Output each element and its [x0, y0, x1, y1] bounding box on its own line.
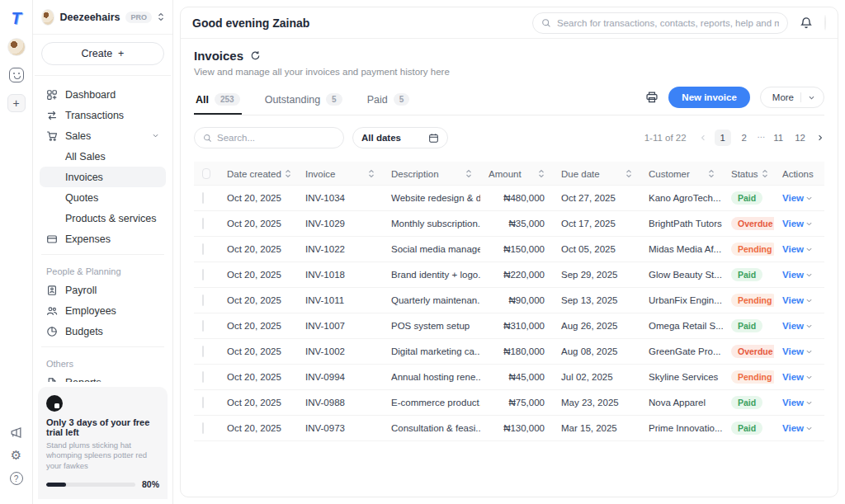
status-badge: Paid: [731, 319, 762, 332]
new-invoice-button[interactable]: New invoice: [668, 87, 749, 108]
pagination-page-2[interactable]: 2: [736, 130, 753, 146]
column-header-description[interactable]: Description: [383, 163, 480, 185]
sidebar-item-sales[interactable]: Sales: [40, 125, 166, 146]
add-icon[interactable]: +: [7, 94, 26, 112]
row-checkbox[interactable]: [202, 346, 204, 357]
page-title: Invoices: [194, 49, 243, 63]
column-header-status[interactable]: Status: [723, 163, 774, 185]
view-action-link[interactable]: View: [782, 193, 813, 203]
cell-invoice-number: INV-1011: [305, 295, 344, 305]
column-header-amount[interactable]: Amount: [480, 163, 553, 185]
invoices-table: Date createdInvoiceDescriptionAmountDue …: [194, 162, 824, 441]
sidebar-item-employees[interactable]: Employees: [40, 300, 166, 321]
cell-invoice-number: INV-0994: [305, 372, 345, 382]
expenses-icon: [46, 233, 58, 245]
view-action-link[interactable]: View: [782, 244, 813, 254]
global-search-input[interactable]: [557, 18, 779, 28]
create-button[interactable]: Create +: [41, 42, 164, 65]
cell-customer: Prime Innovatio...: [649, 423, 722, 433]
table-row: Oct 20, 2025INV-1018Brand identity + log…: [194, 262, 824, 288]
cell-due-date: Jul 02, 2025: [561, 372, 613, 382]
sidebar-item-products-services[interactable]: Products & services: [40, 208, 166, 228]
sidebar-item-expenses[interactable]: Expenses: [40, 228, 166, 249]
workspace-switcher[interactable]: Deezeehairs PRO: [33, 0, 172, 35]
settings-icon[interactable]: ⚙: [11, 448, 21, 463]
cell-invoice-number: INV-1022: [305, 244, 345, 254]
sidebar-item-label: Budgets: [65, 326, 103, 337]
app-logo[interactable]: T: [11, 10, 21, 26]
column-header-customer[interactable]: Customer: [640, 163, 723, 185]
column-header-due-date[interactable]: Due date: [553, 163, 640, 185]
view-action-link[interactable]: View: [782, 270, 813, 280]
row-checkbox[interactable]: [202, 294, 204, 306]
pagination-prev-icon[interactable]: [699, 134, 707, 142]
filter-row: All dates 1-11 of 22 12: [194, 127, 824, 148]
view-action-link[interactable]: View: [782, 321, 813, 331]
invoices-page: Invoices View and manage all your invoic…: [181, 39, 838, 497]
row-checkbox[interactable]: [202, 269, 204, 280]
view-action-link[interactable]: View: [782, 219, 813, 228]
home-icon[interactable]: [9, 68, 24, 82]
row-checkbox[interactable]: [202, 218, 204, 229]
sidebar-item-budgets[interactable]: Budgets: [40, 321, 166, 341]
view-action-link[interactable]: View: [782, 423, 813, 433]
more-button[interactable]: More: [760, 87, 824, 108]
user-avatar[interactable]: [824, 16, 826, 31]
pagination-next-icon[interactable]: [816, 134, 824, 142]
cell-description: Annual hosting rene...: [391, 372, 480, 382]
row-checkbox[interactable]: [202, 422, 204, 434]
sales-icon: [46, 130, 58, 142]
cell-due-date: May 23, 2025: [561, 398, 619, 407]
sidebar: Deezeehairs PRO Create + DashboardTransa…: [33, 0, 173, 504]
trial-title: Only 3 days of your free trial left: [46, 417, 159, 437]
view-action-link[interactable]: View: [782, 295, 813, 305]
sidebar-item-quotes[interactable]: Quotes: [40, 187, 166, 208]
tab-count-badge: 253: [215, 93, 240, 106]
status-badge: Paid: [731, 396, 762, 409]
workspace-avatar[interactable]: [7, 38, 26, 56]
sidebar-item-transactions[interactable]: Transactions: [40, 105, 166, 125]
row-checkbox[interactable]: [202, 397, 204, 408]
tab-paid[interactable]: Paid5: [366, 87, 412, 115]
tab-label: Outstanding: [265, 94, 320, 106]
table-search-input[interactable]: [217, 133, 344, 143]
sidebar-item-reports[interactable]: Reports: [40, 372, 166, 382]
row-checkbox[interactable]: [202, 192, 204, 204]
row-checkbox[interactable]: [202, 243, 204, 255]
view-action-link[interactable]: View: [782, 372, 813, 382]
cell-date-created: Oct 20, 2025: [227, 219, 281, 228]
sidebar-item-all-sales[interactable]: All Sales: [40, 146, 166, 167]
tab-label: Paid: [367, 94, 388, 106]
row-checkbox[interactable]: [202, 371, 204, 383]
tab-all[interactable]: All253: [194, 87, 242, 115]
cell-description: Consultation & feasi...: [391, 423, 480, 433]
sort-icon: [538, 169, 545, 178]
refresh-icon[interactable]: [250, 50, 261, 61]
view-action-link[interactable]: View: [782, 346, 813, 356]
sidebar-item-label: Quotes: [65, 192, 98, 204]
global-search[interactable]: [532, 12, 788, 34]
notifications-bell-icon[interactable]: [800, 16, 813, 30]
column-header-invoice[interactable]: Invoice: [297, 163, 383, 185]
pagination-page-11[interactable]: 11: [770, 130, 786, 146]
table-row: Oct 20, 2025INV-1007POS system setup₦310…: [194, 313, 824, 339]
status-badge: Overdue: [731, 217, 774, 230]
sidebar-item-invoices[interactable]: Invoices: [40, 167, 166, 187]
announcements-icon[interactable]: [10, 426, 22, 439]
pagination-page-1[interactable]: 1: [715, 130, 731, 146]
help-icon[interactable]: ?: [10, 472, 23, 485]
view-action-link[interactable]: View: [782, 398, 813, 407]
main-card: Good evening Zainab: [180, 7, 838, 497]
sidebar-item-payroll[interactable]: Payroll: [40, 280, 166, 300]
sidebar-item-label: Reports: [65, 377, 101, 382]
select-all-checkbox[interactable]: [202, 168, 210, 179]
date-filter-select[interactable]: All dates: [352, 127, 448, 148]
row-checkbox[interactable]: [202, 320, 204, 332]
sidebar-item-dashboard[interactable]: Dashboard: [40, 84, 166, 105]
pagination-page-12[interactable]: 12: [791, 130, 809, 146]
tab-outstanding[interactable]: Outstanding5: [263, 87, 344, 115]
table-search[interactable]: [194, 127, 344, 148]
print-icon[interactable]: [645, 91, 659, 104]
cell-invoice-number: INV-0973: [305, 423, 345, 433]
column-header-date-created[interactable]: Date created: [219, 163, 297, 185]
